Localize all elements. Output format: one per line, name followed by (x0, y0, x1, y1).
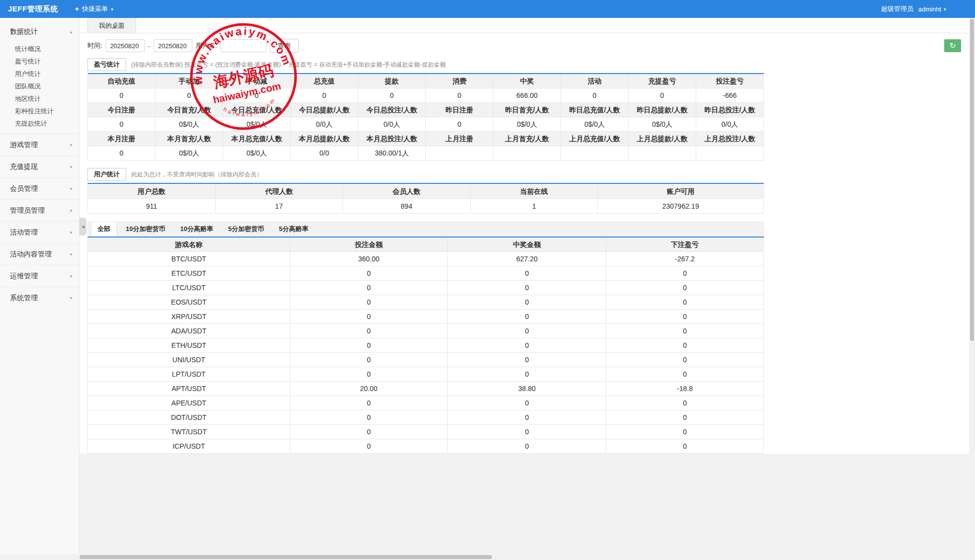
sidebar-group-ops-management[interactable]: 运维管理 ▾ (0, 265, 79, 287)
sidebar-group-label: 活动内容管理 (10, 250, 52, 259)
profit-value-cell: 0$/0人 (223, 117, 291, 132)
profit-header-cell: 昨日总充值/人数 (561, 103, 629, 117)
game-name-cell: ETC/USDT (88, 266, 290, 281)
profit-header-cell: 本月总投注/人数 (358, 132, 426, 146)
search-button[interactable]: 查询 (270, 39, 299, 53)
sidebar-group-recharge-withdraw[interactable]: 充值提现 ▾ (0, 156, 79, 177)
game-profit-loss-cell: 0 (606, 353, 764, 367)
horizontal-scrollbar-thumb[interactable] (80, 555, 492, 559)
sidebar-group-label: 充值提现 (10, 162, 38, 171)
sidebar-item-team-overview[interactable]: 团队概况 (0, 80, 79, 92)
user-menu[interactable]: adminht ▾ (918, 5, 946, 13)
sidebar-item-user-stats[interactable]: 用户统计 (0, 68, 79, 80)
game-win-amount-cell: 0 (448, 410, 606, 425)
profit-value-cell: 0$/0人 (629, 117, 696, 132)
profit-value-cell (561, 146, 629, 160)
game-tab[interactable]: 5分高赔率 (273, 222, 314, 237)
game-tab[interactable]: 10分加密货币 (120, 222, 171, 237)
quick-menu-button[interactable]: + 快捷菜单 ▾ (75, 4, 113, 13)
game-profit-loss-cell: -267.2 (606, 252, 764, 266)
profit-value-cell (696, 146, 764, 160)
game-profit-loss-cell: -18.8 (606, 382, 764, 396)
game-win-amount-cell: 0 (448, 324, 606, 338)
game-profit-loss-cell: 0 (606, 266, 764, 281)
profit-header-cell: 手动加 (156, 74, 223, 88)
profit-value-cell: 0$/0人 (156, 117, 223, 132)
sidebar-group-system-management[interactable]: 系统管理 ▾ (0, 287, 79, 309)
sidebar-item-stats-overview[interactable]: 统计概况 (0, 43, 79, 55)
sidebar-group-label: 活动管理 (10, 228, 38, 237)
profit-value-cell: 0$/0人 (561, 117, 629, 132)
profit-header-cell: 今日总充值/人数 (223, 103, 291, 117)
game-win-amount-cell: 627.20 (448, 252, 606, 266)
user-stats-value-cell: 17 (216, 199, 343, 214)
game-bet-amount-cell: 0 (290, 266, 448, 281)
profit-value-cell: 0 (291, 88, 358, 103)
user-stats-table: 用户总数代理人数会员人数当前在线账户可用 9111789412307962.19 (87, 183, 764, 214)
user-section-head: 用户统计 此处为总计，不受查询时间影响（排除内部会员） (87, 168, 961, 180)
sidebar-submenu-data-statistics: 统计概况 盈亏统计 用户统计 团队概况 地区统计 彩种投注统计 充提款统计 (0, 43, 79, 134)
sidebar-group-activity-management[interactable]: 活动管理 ▾ (0, 221, 79, 243)
sidebar-item-region-stats[interactable]: 地区统计 (0, 92, 79, 105)
profit-value-cell: 0 (223, 88, 291, 103)
sidebar-group-data-statistics[interactable]: 数据统计 ▴ (0, 21, 79, 43)
profit-header-cell: 昨日注册 (426, 103, 493, 117)
game-profit-loss-cell: 0 (606, 324, 764, 338)
game-bet-amount-cell: 20.00 (290, 382, 448, 396)
sidebar-group-label: 运维管理 (10, 272, 38, 281)
profit-section-head: 盈亏统计 (排除内部会员数据) 投注盈亏 = (投注消费金额-返奖金额) 充提盈… (87, 59, 961, 71)
username-input[interactable] (221, 39, 266, 52)
vertical-scrollbar-thumb[interactable] (970, 19, 974, 341)
game-name-cell: EOS/USDT (88, 295, 290, 310)
game-name-cell: ETH/USDT (88, 338, 290, 353)
date-to-input[interactable] (154, 39, 192, 52)
profit-header-cell: 本月总充值/人数 (223, 132, 291, 146)
sidebar-item-lottery-bet-stats[interactable]: 彩种投注统计 (0, 105, 79, 117)
tab-my-desktop[interactable]: 我的桌面 (87, 18, 136, 33)
profit-section-note: (排除内部会员数据) 投注盈亏 = (投注消费金额-返奖金额) 充提盈亏 = 自… (131, 61, 446, 69)
game-win-amount-cell: 0 (448, 367, 606, 382)
game-tab[interactable]: 10分高赔率 (174, 222, 219, 237)
game-win-amount-cell: 0 (448, 396, 606, 410)
user-section-note: 此处为总计，不受查询时间影响（排除内部会员） (131, 170, 262, 179)
chevron-down-icon: ▾ (70, 208, 72, 213)
game-tab[interactable]: 全部 (91, 222, 117, 237)
profit-header-cell: 上月总提款/人数 (629, 132, 696, 146)
chevron-down-icon: ▾ (70, 143, 72, 148)
sidebar-group-label: 游戏管理 (10, 141, 38, 150)
profit-header-cell: 本月注册 (88, 132, 156, 146)
content-panel: 时间: - 用户名: 查询 ↻ 盈亏统计 (排除内部会员数据) 投注盈亏 = (… (80, 33, 969, 454)
game-bet-amount-cell: 0 (290, 353, 448, 367)
quick-menu-label: 快捷菜单 (82, 4, 108, 13)
profit-header-cell: 本月首充/人数 (156, 132, 223, 146)
sidebar-group-admin-management[interactable]: 管理员管理 ▾ (0, 199, 79, 221)
game-header-cell: 下注盈亏 (606, 238, 764, 252)
game-bet-amount-cell: 0 (290, 295, 448, 310)
sidebar-item-deposit-withdraw-stats[interactable]: 充提款统计 (0, 117, 79, 130)
game-tab[interactable]: 5分加密货币 (222, 222, 270, 237)
sidebar-group-game-management[interactable]: 游戏管理 ▾ (0, 134, 79, 156)
profit-header-cell: 上月总投注/人数 (696, 132, 764, 146)
sidebar-collapse-handle[interactable]: ◀ (80, 218, 86, 236)
chevron-down-icon: ▾ (944, 6, 946, 12)
game-win-amount-cell: 0 (448, 439, 606, 454)
sidebar-item-profit-loss-stats[interactable]: 盈亏统计 (0, 55, 79, 68)
profit-header-cell: 投注盈亏 (696, 74, 764, 88)
game-win-amount-cell: 0 (448, 281, 606, 295)
profit-header-cell: 本月总提款/人数 (291, 132, 358, 146)
profit-header-cell: 今日首充/人数 (156, 103, 223, 117)
date-from-input[interactable] (106, 39, 145, 52)
profit-value-cell: 0 (358, 88, 426, 103)
sidebar-group-member-management[interactable]: 会员管理 ▾ (0, 177, 79, 199)
profit-value-cell (493, 146, 561, 160)
sidebar-group-activity-content-management[interactable]: 活动内容管理 ▾ (0, 243, 79, 265)
user-stats-value-cell: 894 (343, 199, 471, 214)
refresh-button[interactable]: ↻ (944, 39, 961, 52)
profit-header-cell: 提款 (358, 74, 426, 88)
game-bet-amount-cell: 0 (290, 410, 448, 425)
game-header-cell: 投注金额 (290, 238, 448, 252)
profit-value-cell: 0$/0人 (156, 146, 223, 160)
profit-header-cell: 自动充值 (88, 74, 156, 88)
profit-value-cell (426, 146, 493, 160)
tab-bar: 我的桌面 (80, 18, 969, 33)
